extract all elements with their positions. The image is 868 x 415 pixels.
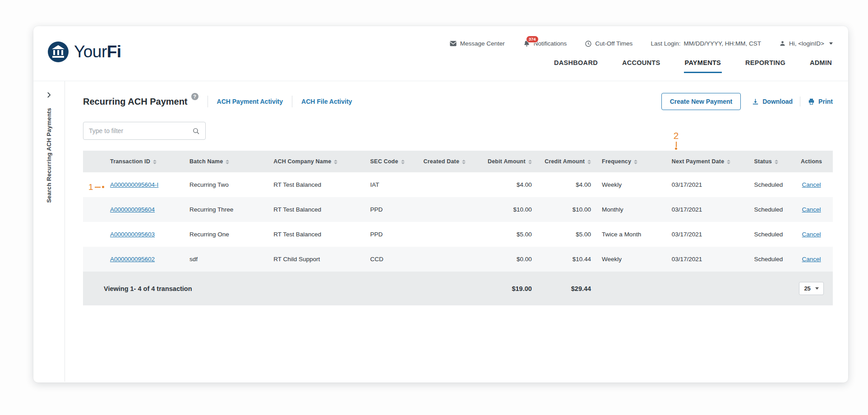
cell-batch-name: Recurring Two [185,172,269,197]
ach-payment-activity-link[interactable]: ACH Payment Activity [217,98,283,105]
transaction-link[interactable]: A000000095602 [110,256,155,263]
cell-created-date [419,172,480,197]
print-button[interactable]: Print [808,98,833,106]
cell-debit: $4.00 [480,172,538,197]
sort-icon [226,160,229,164]
cell-next-payment: 03/17/2021 [667,172,750,197]
transaction-link[interactable]: A000000095603 [110,231,155,238]
cell-credit: $10.00 [538,197,597,222]
footer-actions-cell: 25 [790,272,833,305]
user-icon [779,40,786,47]
sort-icon [462,160,466,164]
credit-total: $29.44 [538,272,597,305]
cancel-link[interactable]: Cancel [802,181,821,188]
divider [292,96,292,107]
annotation-2-digit: 2 [674,130,679,141]
col-transaction-id[interactable]: Transaction ID [83,151,185,172]
header: YourFi Message Center [33,26,848,81]
col-label: Created Date [424,158,460,165]
cancel-link[interactable]: Cancel [802,231,821,238]
cell-credit: $10.44 [538,247,597,272]
cell-next-payment: 03/17/2021 [667,247,750,272]
notifications-link[interactable]: 374 Notifications [523,40,567,47]
help-icon[interactable]: ? [191,93,199,100]
envelope-icon [449,40,457,47]
cancel-link[interactable]: Cancel [802,256,821,263]
annotation-1-line [95,187,101,188]
last-login-label: Last Login: [651,40,680,47]
title-actions: Create New Payment Download [661,93,833,110]
col-created-date[interactable]: Created Date [419,151,480,172]
cell-status: Scheduled [749,197,790,222]
cell-debit: $5.00 [480,222,538,247]
cell-frequency: Twice a Month [597,222,667,247]
cell-status: Scheduled [749,222,790,247]
transactions-table-wrap: 2 1 [83,151,833,305]
annotation-1: 1 [88,183,104,191]
brand-logo[interactable]: YourFi [47,41,121,63]
col-next-payment-date[interactable]: Next Payment Date [667,151,750,172]
cell-ach-company: RT Child Support [269,247,365,272]
col-label: Credit Amount [545,158,585,165]
cell-transaction-id: A000000095604 [83,197,185,222]
create-new-payment-button[interactable]: Create New Payment [661,93,741,110]
user-menu[interactable]: Hi, <loginID> [779,40,833,47]
cell-ach-company: RT Test Balanced [269,197,365,222]
caret-down-icon [815,287,819,290]
clock-icon [585,40,592,47]
nav-reporting[interactable]: REPORTING [744,59,786,73]
col-sec-code[interactable]: SEC Code [366,151,419,172]
cell-ach-company: RT Test Balanced [269,172,365,197]
nav-admin[interactable]: ADMIN [809,59,833,73]
main-panel: Recurring ACH Payment ? ACH Payment Acti… [65,81,848,382]
cell-debit: $0.00 [480,247,538,272]
annotation-2: 2 [674,130,679,150]
cell-status: Scheduled [749,172,790,197]
last-login-value: MM/DD/YYYY, HH:MM, CST [683,40,761,47]
download-button[interactable]: Download [752,98,793,106]
ach-file-activity-link[interactable]: ACH File Activity [301,98,352,105]
col-ach-company-name[interactable]: ACH Company Name [269,151,365,172]
cell-credit: $4.00 [538,172,597,197]
cell-sec-code: IAT [366,172,419,197]
transaction-link[interactable]: A000000095604-I [110,181,158,188]
brand-name: YourFi [74,42,121,61]
annotation-2-line [676,142,677,147]
search-icon[interactable] [192,127,200,135]
col-status[interactable]: Status [749,151,790,172]
cell-ach-company: RT Test Balanced [269,222,365,247]
col-label: Batch Name [189,158,223,165]
table-row: A000000095603 Recurring One RT Test Bala… [83,222,833,247]
search-panel-label[interactable]: Search Recurring ACH Payments [46,108,52,203]
nav-accounts[interactable]: ACCOUNTS [621,59,661,73]
collapsed-search-panel: Search Recurring ACH Payments [33,81,65,382]
col-debit-amount[interactable]: Debit Amount [480,151,538,172]
message-center-link[interactable]: Message Center [449,40,505,47]
col-label: Next Payment Date [672,158,725,165]
nav-dashboard[interactable]: DASHBOARD [553,59,599,73]
cell-batch-name: sdf [185,247,269,272]
filter-input[interactable] [89,127,192,134]
cutoff-times-label: Cut-Off Times [595,40,633,47]
page-size-value: 25 [804,285,810,292]
content-area: Search Recurring ACH Payments Recurring … [33,81,848,382]
col-frequency[interactable]: Frequency [597,151,667,172]
col-credit-amount[interactable]: Credit Amount [538,151,597,172]
cell-transaction-id: A000000095602 [83,247,185,272]
col-batch-name[interactable]: Batch Name [185,151,269,172]
col-label: Frequency [602,158,631,165]
cell-frequency: Monthly [597,197,667,222]
header-right: Message Center 374 Notifications [449,40,833,73]
cell-actions: Cancel [790,197,833,222]
transaction-link[interactable]: A000000095604 [110,206,155,213]
nav-payments[interactable]: PAYMENTS [684,59,722,73]
cancel-link[interactable]: Cancel [802,206,821,213]
user-greeting: Hi, <loginID> [789,40,824,47]
sort-icon [153,160,157,164]
page-title: Recurring ACH Payment [83,97,188,107]
sort-icon [528,160,532,164]
cell-created-date [419,222,480,247]
cutoff-times-link[interactable]: Cut-Off Times [585,40,633,47]
page-size-select[interactable]: 25 [799,282,823,295]
chevron-right-icon[interactable] [46,92,52,98]
